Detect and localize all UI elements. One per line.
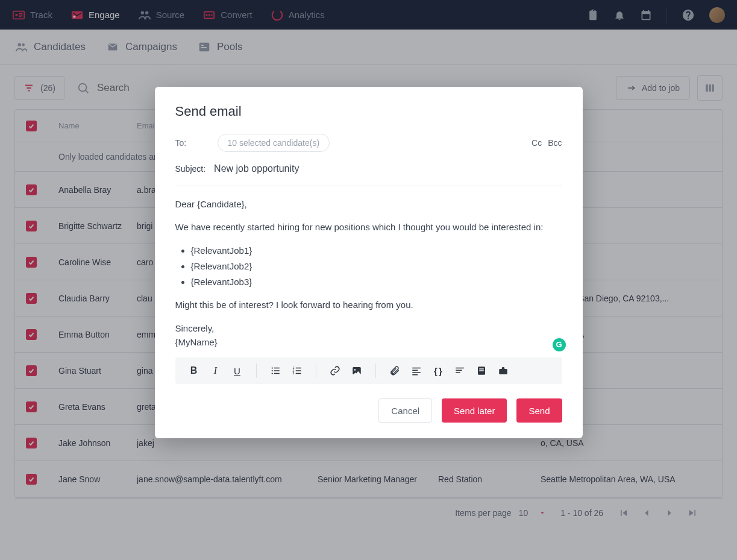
svg-rect-44: [456, 370, 462, 371]
cancel-button[interactable]: Cancel: [378, 398, 432, 423]
bcc-button[interactable]: Bcc: [548, 138, 562, 148]
email-body[interactable]: Dear {Candidate}, We have recently start…: [175, 197, 562, 349]
align-icon[interactable]: [407, 362, 425, 380]
indent-icon[interactable]: [451, 362, 469, 380]
svg-rect-34: [295, 368, 301, 369]
body-greeting: Dear {Candidate},: [175, 197, 562, 211]
svg-rect-45: [456, 372, 460, 373]
svg-rect-42: [412, 374, 418, 376]
svg-text:3: 3: [292, 371, 294, 375]
svg-rect-28: [274, 368, 279, 369]
body-close1: Sincerely,: [175, 321, 562, 335]
svg-rect-36: [295, 373, 301, 374]
grammarly-icon[interactable]: G: [553, 338, 566, 351]
send-email-modal: Send email To: 10 selected candidate(s) …: [155, 87, 583, 438]
to-chip[interactable]: 10 selected candidate(s): [218, 134, 330, 152]
image-icon[interactable]: [348, 362, 366, 380]
send-later-button[interactable]: Send later: [442, 398, 507, 423]
svg-point-27: [271, 373, 272, 374]
body-intro: We have recently started hiring for new …: [175, 220, 562, 234]
editor-toolbar: B I U 123 { }: [175, 357, 562, 384]
svg-rect-35: [295, 370, 301, 371]
body-job-3: {RelevantJob3}: [191, 275, 562, 289]
attachment-icon[interactable]: [386, 362, 404, 380]
link-icon[interactable]: [326, 362, 344, 380]
svg-rect-39: [412, 368, 421, 369]
svg-rect-29: [274, 370, 279, 371]
svg-rect-41: [412, 372, 421, 373]
svg-rect-43: [456, 368, 464, 369]
bullet-list-icon[interactable]: [266, 362, 284, 380]
to-field: To: 10 selected candidate(s) Cc Bcc: [175, 134, 562, 152]
modal-title: Send email: [175, 104, 562, 119]
placeholder-icon[interactable]: { }: [429, 362, 447, 380]
modal-overlay[interactable]: Send email To: 10 selected candidate(s) …: [0, 0, 737, 560]
cc-button[interactable]: Cc: [532, 138, 542, 148]
briefcase-icon[interactable]: [494, 362, 512, 380]
send-button[interactable]: Send: [516, 398, 562, 423]
svg-point-38: [354, 369, 356, 371]
svg-rect-47: [479, 368, 484, 370]
body-job-1: {RelevantJob1}: [191, 244, 562, 257]
svg-point-25: [271, 367, 272, 368]
body-job-2: {RelevantJob2}: [191, 259, 562, 273]
subject-input[interactable]: [213, 163, 562, 175]
number-list-icon[interactable]: 123: [288, 362, 306, 380]
template-icon[interactable]: [472, 362, 491, 380]
svg-rect-30: [274, 373, 279, 374]
underline-icon[interactable]: U: [228, 362, 246, 380]
bold-icon[interactable]: B: [185, 362, 203, 380]
svg-point-26: [271, 370, 272, 371]
body-close2: {MyName}: [175, 335, 562, 349]
body-outro: Might this be of interest? I look forwar…: [175, 298, 562, 312]
svg-rect-48: [479, 370, 484, 371]
italic-icon[interactable]: I: [207, 362, 225, 380]
body-job-list: {RelevantJob1} {RelevantJob2} {RelevantJ…: [191, 244, 562, 289]
svg-rect-40: [412, 370, 418, 371]
svg-rect-49: [499, 369, 507, 374]
subject-field: Subject:: [175, 160, 562, 186]
subject-label: Subject:: [175, 164, 206, 174]
to-label: To:: [175, 138, 209, 148]
